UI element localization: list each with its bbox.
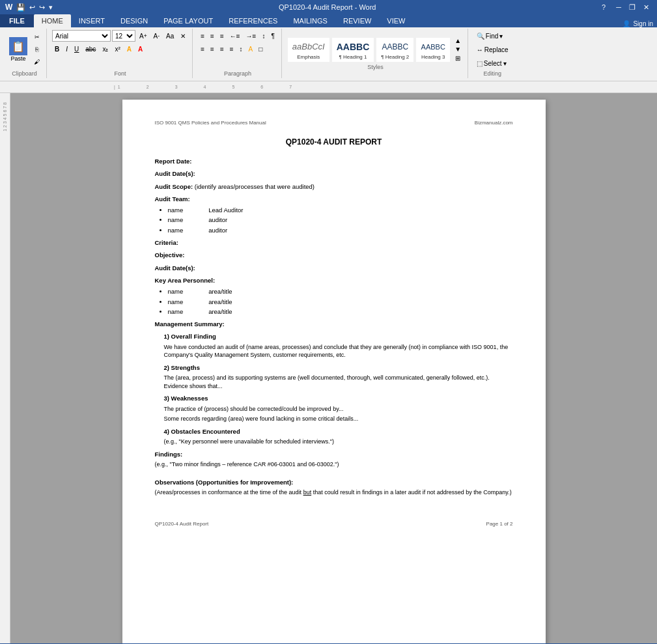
tab-mailings[interactable]: MAILINGS	[285, 14, 335, 27]
font-color-button[interactable]: A	[135, 43, 145, 55]
report-date-label: Report Date:	[155, 158, 192, 165]
styles-expand[interactable]: ⊞	[452, 54, 464, 63]
key-personnel-label: Key Area Personnel:	[155, 276, 513, 285]
close-icon[interactable]: ✕	[641, 3, 652, 12]
style-h1-preview: AABBC	[337, 40, 370, 54]
shading-button[interactable]: A	[246, 43, 256, 55]
cut-button[interactable]: ✂	[31, 31, 42, 43]
personnel-0: name area/title	[168, 287, 513, 296]
tab-references[interactable]: REFERENCES	[221, 14, 285, 27]
style-emphasis[interactable]: aaBbCcI Emphasis	[288, 38, 329, 62]
select-label: Select	[484, 60, 502, 67]
strikethrough-button[interactable]: abc	[83, 43, 98, 55]
styles-label: Styles	[287, 64, 464, 70]
replace-icon: ↔	[477, 46, 483, 53]
font-name-select[interactable]: Arial	[52, 30, 111, 42]
underline-button[interactable]: U	[72, 43, 81, 55]
style-heading3[interactable]: AABBC Heading 3	[416, 38, 450, 62]
audit-scope-detail: (identify areas/processes that were audi…	[195, 183, 315, 190]
tab-design[interactable]: DESIGN	[113, 14, 156, 27]
align-left-button[interactable]: ≡	[198, 43, 207, 55]
save-icon[interactable]: 💾	[16, 3, 25, 12]
tab-view[interactable]: VIEW	[379, 14, 413, 27]
shrink-font-button[interactable]: A-	[151, 30, 162, 42]
style-h2-preview: AABBC	[382, 40, 408, 54]
style-h2-label: ¶ Heading 2	[381, 54, 409, 60]
align-center-button[interactable]: ≡	[208, 43, 217, 55]
personnel-name-0: name	[168, 287, 207, 296]
personnel-1: name area/title	[168, 298, 513, 306]
redo-icon[interactable]: ↪	[39, 3, 45, 12]
styles-scroll-up[interactable]: ▲	[452, 36, 464, 45]
quick-access-toolbar[interactable]: W 💾 ↩ ↪ ▾	[5, 3, 53, 12]
audit-team-label: Audit Team:	[155, 195, 513, 203]
personnel-2: name area/title	[168, 307, 513, 316]
ribbon-tab-bar: FILE HOME INSERT DESIGN PAGE LAYOUT REFE…	[0, 14, 657, 27]
personnel-name-1: name	[168, 298, 207, 306]
undo-icon[interactable]: ↩	[29, 3, 35, 12]
change-case-button[interactable]: Aa	[163, 30, 176, 42]
justify-button[interactable]: ≡	[227, 43, 236, 55]
help-icon[interactable]: ?	[602, 3, 606, 11]
subscript-button[interactable]: x₂	[100, 43, 111, 55]
observations-label: Observations (Opportunities for Improvem…	[155, 478, 513, 486]
paragraph-group: ≡ ≡ ≡ ←≡ →≡ ↕ ¶ ≡ ≡ ≡ ≡ ↕ A □ Paragraph	[194, 29, 282, 78]
tab-insert[interactable]: INSERT	[71, 14, 113, 27]
word-icon: W	[5, 3, 12, 12]
observations-body: (Areas/processes in conformance at the t…	[155, 488, 513, 497]
copy-button[interactable]: ⎘	[31, 44, 42, 55]
borders-button[interactable]: □	[256, 43, 265, 55]
find-button[interactable]: 🔍 Find ▾	[474, 30, 505, 42]
find-icon: 🔍	[477, 33, 484, 40]
font-size-select[interactable]: 12	[112, 30, 135, 42]
personnel-name-2: name	[168, 307, 207, 316]
style-heading2[interactable]: AABBC ¶ Heading 2	[376, 38, 413, 62]
italic-button[interactable]: I	[63, 43, 70, 55]
increase-indent-button[interactable]: →≡	[244, 30, 259, 42]
grow-font-button[interactable]: A+	[137, 30, 150, 42]
vertical-ruler: 1 2 3 4 5 6 7 8	[0, 93, 10, 643]
minimize-icon[interactable]: ─	[613, 3, 624, 11]
signin-label[interactable]: Sign in	[633, 20, 653, 27]
main-area: 1 2 3 4 5 6 7 8 ISO 9001 QMS Policies an…	[0, 93, 657, 643]
bold-button[interactable]: B	[52, 43, 62, 55]
key-personnel-row: Key Area Personnel: name area/title name…	[155, 276, 513, 316]
sort-button[interactable]: ↕	[259, 30, 268, 42]
restore-icon[interactable]: ❐	[626, 3, 638, 12]
style-heading1[interactable]: AABBC ¶ Heading 1	[332, 38, 374, 62]
numbering-button[interactable]: ≡	[208, 30, 217, 42]
style-emphasis-preview: aaBbCcI	[292, 40, 325, 54]
section-obstacles: 4) Obstacles Encountered (e.g., "Key per…	[155, 427, 513, 446]
audit-dates2-row: Audit Date(s):	[155, 264, 513, 272]
replace-button[interactable]: ↔ Replace	[474, 44, 511, 55]
mgmt-summary-row: Management Summary:	[155, 320, 513, 328]
team-member-2: name auditor	[168, 226, 513, 234]
show-paragraph-button[interactable]: ¶	[268, 30, 277, 42]
tab-page-layout[interactable]: PAGE LAYOUT	[156, 14, 221, 27]
section2-heading: 2) Strengths	[164, 363, 513, 372]
mgmt-summary-label: Management Summary:	[155, 320, 225, 328]
format-painter-button[interactable]: 🖌	[31, 56, 42, 68]
window-controls[interactable]: ? ─ ❐ ✕	[602, 3, 652, 12]
tab-review[interactable]: REVIEW	[335, 14, 379, 27]
line-spacing-button[interactable]: ↕	[237, 43, 245, 55]
style-emphasis-label: Emphasis	[297, 54, 320, 60]
multilevel-button[interactable]: ≡	[217, 30, 227, 42]
findings-label: Findings:	[155, 450, 513, 458]
find-label: Find	[486, 33, 498, 40]
styles-scroll-down[interactable]: ▼	[452, 45, 464, 53]
tab-home[interactable]: HOME	[34, 14, 71, 27]
footer-right: Page 1 of 2	[486, 520, 513, 527]
select-button[interactable]: ⬚ Select ▾	[474, 57, 509, 69]
text-highlight-button[interactable]: A	[124, 43, 134, 55]
document-area[interactable]: ISO 9001 QMS Policies and Procedures Man…	[10, 93, 657, 643]
decrease-indent-button[interactable]: ←≡	[227, 30, 243, 42]
signin-area[interactable]: 👤 Sign in	[619, 20, 657, 27]
paste-button[interactable]: 📋 Paste	[7, 36, 30, 63]
superscript-button[interactable]: x²	[112, 43, 122, 55]
team-member-0: name Lead Auditor	[168, 206, 513, 214]
bullets-button[interactable]: ≡	[198, 30, 207, 42]
tab-file[interactable]: FILE	[0, 14, 34, 27]
clear-formatting-button[interactable]: ✕	[178, 30, 188, 42]
align-right-button[interactable]: ≡	[217, 43, 227, 55]
